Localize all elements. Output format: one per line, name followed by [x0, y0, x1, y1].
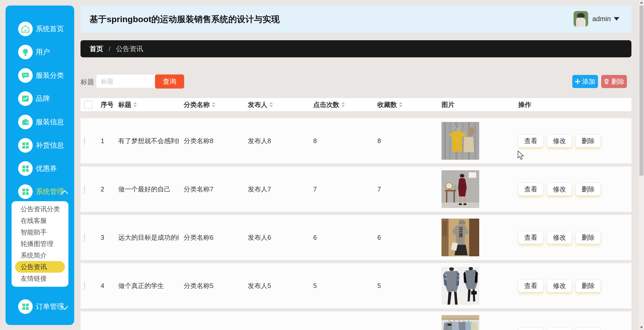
- toolbar: 标题 查询 添加 删除: [80, 74, 631, 89]
- row-clicks: 8: [308, 137, 372, 145]
- delete-row-button[interactable]: 删除: [576, 134, 601, 147]
- row-index: 3: [96, 234, 113, 241]
- sort-icon[interactable]: [341, 101, 345, 108]
- user-dropdown-caret-icon: [614, 17, 619, 21]
- sort-icon[interactable]: [399, 101, 403, 108]
- row-image[interactable]: [441, 170, 479, 208]
- vertical-scrollbar[interactable]: [639, 0, 644, 330]
- sidebar-item-label: 服装信息: [36, 117, 64, 127]
- select-all-checkbox[interactable]: [84, 100, 93, 109]
- row-title: 远大的目标是成功的磁石: [113, 233, 179, 242]
- breadcrumb-home[interactable]: 首页: [90, 44, 103, 53]
- submenu-item-notice-category[interactable]: 公告资讯分类: [12, 203, 68, 215]
- delete-row-button[interactable]: 删除: [576, 231, 601, 244]
- row-clicks: 5: [308, 282, 372, 290]
- breadcrumb: 首页 / 公告资讯: [80, 40, 631, 57]
- column-header-title[interactable]: 标题: [113, 100, 179, 109]
- row-checkbox[interactable]: [84, 282, 85, 290]
- sidebar-item-system-manage[interactable]: 系统管理: [6, 180, 74, 203]
- submenu-item-carousel-manage[interactable]: 轮播图管理: [12, 238, 68, 250]
- add-button[interactable]: 添加: [572, 75, 598, 88]
- row-category: 分类名称7: [179, 185, 243, 194]
- wallet-icon: [18, 115, 33, 129]
- scroll-down-arrow-icon[interactable]: [640, 326, 643, 328]
- delete-row-button[interactable]: 删除: [576, 279, 601, 292]
- column-header-category[interactable]: 分类名称: [179, 100, 243, 109]
- sort-icon[interactable]: [269, 101, 273, 108]
- column-header-publisher[interactable]: 发布人: [243, 100, 308, 109]
- submenu-item-online-service[interactable]: 在线客服: [12, 215, 68, 226]
- edit-button[interactable]: 修改: [547, 183, 572, 196]
- user-menu[interactable]: admin: [574, 11, 619, 27]
- row-clicks: 7: [308, 185, 372, 193]
- view-button[interactable]: 查看: [518, 231, 543, 244]
- view-button[interactable]: 查看: [518, 134, 543, 147]
- sidebar-item-coupon[interactable]: 优惠券: [6, 157, 74, 180]
- row-image[interactable]: [441, 219, 479, 256]
- row-title: 做个真正的学生: [113, 281, 179, 290]
- scroll-up-arrow-icon[interactable]: [640, 2, 643, 4]
- row-image[interactable]: [441, 122, 479, 160]
- sidebar-item-label: 系统首页: [36, 24, 64, 34]
- sidebar-item-label: 用户: [36, 47, 50, 57]
- table-row: 1 有了梦想就不会感到疲惫 分类名称8 发布人8 8 8 查看 修改 删除: [80, 118, 631, 163]
- view-button[interactable]: 查看: [518, 183, 543, 196]
- submenu-item-system-intro[interactable]: 系统简介: [12, 250, 68, 261]
- sidebar-item-label: 系统管理: [36, 187, 64, 196]
- sidebar-item-label: 服装分类: [36, 71, 64, 80]
- breadcrumb-separator: /: [109, 45, 110, 53]
- scrollbar-thumb[interactable]: [639, 6, 643, 176]
- sort-icon[interactable]: [212, 101, 215, 108]
- username: admin: [592, 15, 611, 23]
- sidebar-item-clothing-category[interactable]: 服装分类: [6, 64, 74, 87]
- row-clicks: 6: [308, 234, 372, 241]
- column-header-clicks[interactable]: 点击次数: [308, 100, 372, 109]
- delete-button[interactable]: 删除: [601, 75, 627, 88]
- sidebar-item-brand[interactable]: 品牌: [6, 87, 74, 110]
- sidebar-item-label: 优惠券: [36, 164, 57, 173]
- plus-icon: [575, 79, 580, 84]
- submenu-item-friend-links[interactable]: 友情链接: [12, 273, 68, 284]
- row-title: 做一个最好的自己: [113, 185, 179, 194]
- admin-page: 系统首页 用户 服装分类 品牌 服装信息: [0, 0, 644, 330]
- column-header-index[interactable]: 序号: [96, 100, 113, 109]
- grid-icon: [18, 299, 33, 314]
- table-row: 4 做个真正的学生 分类名称5 发布人5 5 5 查看 修改: [80, 263, 631, 308]
- delete-row-button[interactable]: 删除: [576, 327, 601, 330]
- edit-button[interactable]: 修改: [547, 134, 572, 147]
- edit-button[interactable]: 修改: [547, 231, 572, 244]
- delete-row-button[interactable]: 删除: [576, 183, 601, 196]
- sidebar-item-users[interactable]: 用户: [6, 40, 74, 64]
- sidebar-item-order-manage[interactable]: 订单管理: [6, 295, 74, 318]
- row-image[interactable]: [441, 267, 479, 305]
- submenu-item-notice-news[interactable]: 公告资讯: [15, 261, 65, 273]
- query-button[interactable]: 查询: [155, 74, 184, 89]
- grid-icon: [18, 138, 33, 153]
- row-publisher: 发布人6: [243, 233, 308, 242]
- row-category: 分类名称8: [179, 137, 243, 145]
- sidebar-item-home[interactable]: 系统首页: [6, 17, 74, 40]
- grid-icon: [18, 184, 33, 199]
- view-button[interactable]: 查看: [518, 279, 543, 292]
- sort-icon[interactable]: [133, 101, 137, 108]
- row-checkbox[interactable]: [84, 234, 85, 241]
- edit-button[interactable]: 修改: [547, 279, 572, 292]
- search-input[interactable]: [96, 74, 158, 88]
- row-checkbox[interactable]: [84, 137, 85, 145]
- column-header-favorites[interactable]: 收藏数: [372, 100, 436, 109]
- column-header-image: 图片: [436, 100, 513, 109]
- view-button[interactable]: 查看: [518, 327, 543, 330]
- submenu-item-smart-assistant[interactable]: 智能助手: [12, 226, 68, 238]
- table-row: 5 查看 修改 删除: [80, 311, 631, 330]
- grid-icon: [18, 161, 33, 176]
- row-index: 4: [96, 282, 113, 290]
- sidebar-item-label: 品牌: [36, 94, 50, 103]
- row-category: 分类名称5: [179, 281, 243, 290]
- row-checkbox[interactable]: [84, 185, 85, 193]
- row-index: 1: [96, 137, 113, 145]
- row-image[interactable]: [441, 315, 479, 330]
- row-category: 分类名称6: [179, 233, 243, 242]
- edit-button[interactable]: 修改: [547, 327, 572, 330]
- sidebar-item-clothing-info[interactable]: 服装信息: [6, 110, 74, 134]
- sidebar-item-restock-info[interactable]: 补货信息: [6, 134, 74, 157]
